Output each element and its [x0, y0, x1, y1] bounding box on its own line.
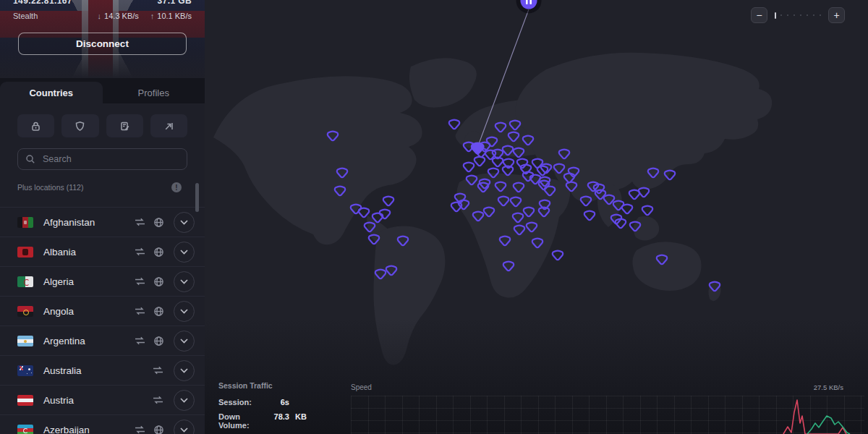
country-row-icons — [134, 212, 195, 233]
location-marker[interactable] — [584, 211, 595, 220]
globe-icon[interactable] — [153, 247, 164, 258]
expand-country-button[interactable] — [174, 360, 195, 381]
country-row-icons — [134, 242, 195, 263]
country-flag — [17, 365, 33, 376]
country-row[interactable]: Argentina — [0, 326, 205, 355]
zoom-out-button[interactable]: − — [751, 7, 767, 23]
zoom-slider[interactable] — [775, 12, 821, 19]
country-row[interactable]: Austria — [0, 385, 205, 414]
disconnect-button[interactable]: Disconnect — [18, 33, 187, 55]
country-name: Austria — [43, 395, 152, 406]
expand-country-button[interactable] — [174, 390, 195, 411]
locations-list-header: Plus locations (112) ! — [0, 170, 205, 207]
globe-icon[interactable] — [153, 336, 164, 346]
map-zoom-controls: − + — [751, 7, 845, 23]
sidebar-scrollbar[interactable] — [195, 183, 199, 212]
country-name: Angola — [43, 306, 134, 317]
notes-filter-button[interactable] — [106, 114, 143, 137]
location-marker[interactable] — [464, 163, 474, 171]
shuffle-icon[interactable] — [152, 365, 164, 375]
tab-countries[interactable]: Countries — [0, 82, 103, 103]
shield-filter-button[interactable] — [61, 114, 98, 137]
sidebar: 149.22.81.167 37.1 GB Stealth ↓ 14.3 KB/… — [0, 0, 205, 434]
expand-country-button[interactable] — [174, 301, 195, 322]
globe-icon[interactable] — [153, 425, 164, 434]
download-speed-value: 14.3 KB/s — [104, 12, 139, 20]
country-flag — [17, 306, 33, 317]
lock-filter-button[interactable] — [17, 114, 54, 137]
globe-icon[interactable] — [153, 276, 164, 287]
shuffle-icon[interactable] — [134, 276, 146, 286]
globe-icon[interactable] — [153, 306, 164, 317]
country-row[interactable]: Albania — [0, 237, 205, 266]
expand-country-button[interactable] — [174, 420, 195, 434]
expand-country-button[interactable] — [174, 212, 195, 233]
server-title-row: 149.22.81.167 37.1 GB — [0, 0, 205, 7]
protocol-mode-label: Stealth — [13, 12, 38, 20]
shuffle-icon[interactable] — [134, 336, 146, 346]
speed-readouts: ↓ 14.3 KB/s ↑ 10.1 KB/s — [98, 12, 192, 20]
country-name: Azerbaijan — [43, 425, 134, 434]
shuffle-icon[interactable] — [134, 247, 146, 257]
expand-country-button[interactable] — [174, 271, 195, 292]
upload-speed-value: 10.1 KB/s — [157, 12, 192, 20]
country-flag — [17, 247, 33, 258]
world-map: − + Session Traffic Session:6sDown Volum… — [205, 0, 868, 434]
zoom-tick-dot — [787, 14, 788, 16]
speed-chart-lines — [351, 383, 864, 434]
globe-icon[interactable] — [153, 217, 164, 228]
country-row[interactable]: Azerbaijan — [0, 414, 205, 434]
chevron-down-icon — [180, 279, 188, 284]
server-name: 149.22.81.167 — [13, 0, 72, 7]
location-marker[interactable] — [517, 159, 527, 168]
location-marker[interactable] — [451, 203, 461, 211]
country-row[interactable]: Afghanistan — [0, 207, 205, 237]
shuffle-icon[interactable] — [134, 306, 146, 316]
session-stat-row: Session:6s — [218, 398, 312, 407]
zoom-in-button[interactable]: + — [828, 7, 845, 23]
location-marker[interactable] — [383, 197, 393, 205]
expand-country-button[interactable] — [174, 331, 195, 352]
download-speed: ↓ 14.3 KB/s — [98, 12, 139, 20]
location-marker[interactable] — [449, 120, 459, 129]
location-marker[interactable] — [553, 251, 563, 260]
country-row-icons — [134, 271, 195, 292]
jump-to-filter-button[interactable] — [150, 114, 187, 137]
country-row[interactable]: Australia — [0, 355, 205, 385]
chevron-down-icon — [180, 339, 188, 344]
zoom-level-indicator — [775, 12, 776, 19]
plus-locations-label: Plus locations (112) — [17, 183, 171, 192]
search-box — [17, 148, 187, 170]
location-marker[interactable] — [622, 205, 632, 213]
country-row[interactable]: Angola — [0, 296, 205, 326]
speed-series-upload — [807, 416, 850, 434]
country-row[interactable]: Algeria — [0, 266, 205, 296]
chevron-down-icon — [180, 368, 188, 373]
lock-icon — [30, 121, 41, 132]
shuffle-icon[interactable] — [152, 395, 164, 405]
country-row-icons — [152, 360, 195, 381]
chevron-down-icon — [180, 220, 188, 225]
speed-chart: Speed 27.5 KB/s — [351, 383, 864, 434]
search-input[interactable] — [41, 153, 179, 165]
country-name: Afghanistan — [43, 217, 134, 228]
connection-header: 149.22.81.167 37.1 GB Stealth ↓ 14.3 KB/… — [0, 0, 205, 78]
shuffle-icon[interactable] — [134, 425, 146, 434]
location-marker[interactable] — [380, 210, 390, 218]
zoom-tick-dot — [807, 14, 808, 16]
location-marker[interactable] — [475, 157, 485, 166]
chevron-down-icon — [180, 427, 188, 433]
location-marker[interactable] — [642, 206, 652, 215]
pause-icon — [526, 0, 528, 4]
shuffle-icon[interactable] — [134, 217, 146, 227]
connected-pin[interactable] — [519, 0, 540, 12]
expand-country-button[interactable] — [174, 242, 195, 263]
chevron-down-icon — [180, 309, 188, 314]
filter-toolbar — [17, 114, 187, 137]
country-flag — [17, 425, 33, 434]
info-icon[interactable]: ! — [171, 182, 182, 192]
tab-profiles[interactable]: Profiles — [103, 82, 205, 103]
world-map-canvas[interactable] — [205, 0, 868, 434]
zoom-tick-dot — [780, 14, 782, 16]
data-usage: 37.1 GB — [158, 0, 192, 7]
